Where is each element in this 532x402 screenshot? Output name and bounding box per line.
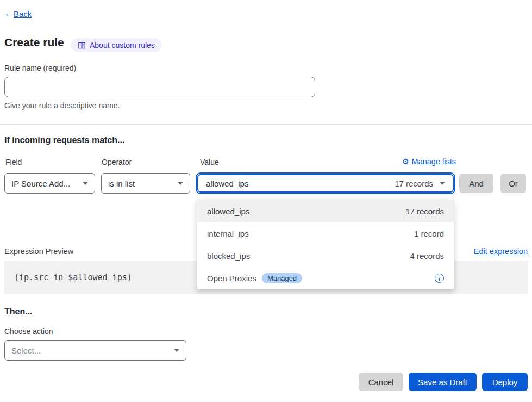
edit-expression-link[interactable]: Edit expression (474, 247, 528, 256)
list-option-internal-ips[interactable]: internal_ips 1 record (197, 222, 454, 245)
deploy-button[interactable]: Deploy (482, 373, 528, 391)
page-title: Create rule (4, 36, 64, 49)
list-option-allowed-ips[interactable]: allowed_ips 17 records (197, 200, 454, 222)
rule-name-helper: Give your rule a descriptive name. (4, 101, 120, 110)
choose-action-label: Choose action (4, 327, 53, 336)
info-icon[interactable]: i (435, 274, 444, 283)
action-select-placeholder: Select... (11, 346, 41, 355)
then-section-heading: Then... (4, 307, 33, 317)
list-option-name: blocked_ips (207, 251, 250, 261)
list-option-name: internal_ips (207, 229, 249, 238)
or-button[interactable]: Or (500, 174, 526, 193)
save-as-draft-button[interactable]: Save as Draft (409, 373, 477, 391)
list-dropdown: allowed_ips 17 records internal_ips 1 re… (197, 200, 454, 290)
value-label: Value (200, 158, 219, 166)
field-select[interactable]: IP Source Add... (4, 173, 95, 194)
expression-code: (ip.src in $allowed_ips) (14, 273, 132, 282)
list-option-blocked-ips[interactable]: blocked_ips 4 records (197, 245, 454, 267)
and-button[interactable]: And (459, 174, 493, 193)
match-section-heading: If incoming requests match... (4, 135, 124, 145)
list-option-meta: 1 record (414, 229, 444, 238)
managed-badge: Managed (262, 273, 302, 283)
manage-lists-link[interactable]: ⚙ Manage lists (396, 157, 456, 166)
about-custom-rules-badge[interactable]: About custom rules (71, 38, 161, 52)
chevron-down-icon (174, 349, 179, 352)
list-option-name: Open Proxies (207, 274, 256, 283)
value-select-meta: 17 records (395, 179, 433, 188)
manage-lists-label: Manage lists (412, 157, 456, 166)
operator-label: Operator (102, 158, 132, 166)
book-icon (78, 41, 86, 50)
chevron-down-icon (440, 182, 445, 185)
field-label: Field (5, 158, 22, 166)
cancel-button[interactable]: Cancel (359, 373, 403, 391)
back-link[interactable]: ←Back (4, 9, 32, 18)
expression-preview-label: Expression Preview (4, 247, 73, 256)
chevron-down-icon (178, 182, 183, 185)
rule-name-label: Rule name (required) (4, 64, 76, 72)
operator-select-value: is in list (108, 179, 135, 188)
value-select-value: allowed_ips (206, 179, 248, 188)
operator-select[interactable]: is in list (101, 173, 190, 194)
action-select[interactable]: Select... (4, 340, 186, 361)
value-select[interactable]: allowed_ips 17 records (197, 174, 454, 193)
chevron-down-icon (83, 182, 88, 185)
list-option-open-proxies[interactable]: Open Proxies Managed i (197, 267, 454, 289)
section-divider (0, 124, 532, 125)
rule-name-input[interactable] (4, 77, 315, 97)
list-option-meta: 4 records (410, 251, 444, 261)
field-select-value: IP Source Add... (11, 179, 70, 188)
list-option-name: allowed_ips (207, 207, 249, 216)
back-arrow-icon: ← (4, 9, 13, 18)
back-label: Back (14, 9, 32, 18)
about-custom-rules-label: About custom rules (90, 41, 155, 50)
gear-icon: ⚙ (402, 157, 409, 166)
list-option-meta: 17 records (405, 207, 444, 216)
